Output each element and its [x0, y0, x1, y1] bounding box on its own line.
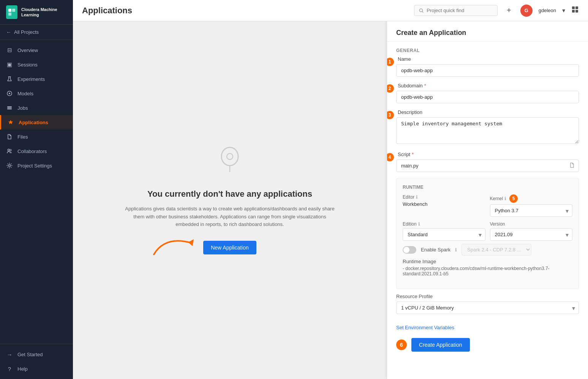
spark-info-icon[interactable]: ℹ [455, 247, 457, 253]
svg-point-12 [9, 165, 11, 167]
page-title: Applications [82, 6, 132, 16]
runtime-section: Runtime Editor ℹ Workbench [396, 178, 579, 289]
script-input[interactable] [396, 159, 579, 172]
svg-marker-21 [188, 239, 194, 246]
collaborators-icon [6, 148, 13, 155]
editor-value: Workbench [403, 201, 485, 207]
script-field-group: 4 Script * [396, 152, 579, 172]
spark-version-select[interactable]: Spark 2.4 - CDP 7.2.8 ... [462, 244, 531, 256]
sidebar: Cloudera Machine Learning ← All Projects… [0, 0, 73, 379]
svg-rect-9 [7, 109, 12, 109]
resource-profile-select[interactable]: 1 vCPU / 2 GiB Memory [396, 302, 579, 314]
help-icon: ? [6, 365, 13, 372]
spark-label: Enable Spark [421, 247, 450, 253]
description-label: 3 Description [396, 109, 579, 115]
sidebar-item-help[interactable]: ? Help [0, 362, 73, 376]
name-input[interactable] [396, 64, 579, 77]
resource-profile-group: Resource Profile 1 vCPU / 2 GiB Memory [396, 294, 579, 314]
svg-rect-2 [8, 13, 11, 16]
sidebar-bottom: → Get Started ? Help [0, 344, 73, 379]
runtime-grid: Editor ℹ Workbench Kernel ℹ 5 [403, 194, 572, 241]
empty-state-icon [215, 146, 245, 182]
general-section-label: General [396, 42, 579, 56]
edition-select[interactable]: Standard [403, 228, 485, 241]
edition-field: Edition ℹ Standard [403, 221, 485, 241]
create-button-row: 6 Create Application [396, 338, 579, 352]
create-application-button[interactable]: Create Application [411, 338, 470, 352]
description-input[interactable]: Simple inventory management system [396, 117, 579, 144]
runtime-image-section: Runtime Image - docker.repository.cloude… [403, 259, 572, 276]
name-label: 1 Name [396, 56, 579, 62]
spark-toggle[interactable] [403, 246, 416, 254]
subdomain-input[interactable] [396, 91, 579, 103]
sidebar-item-experiments[interactable]: Experiments [0, 72, 73, 86]
enable-spark-row: Enable Spark ℹ Spark 2.4 - CDP 7.2.8 ... [403, 244, 572, 256]
edition-label: Edition ℹ [403, 221, 485, 227]
version-select-wrapper: 2021.09 [490, 228, 573, 241]
runtime-image-label: Runtime Image [403, 259, 572, 264]
grid-apps-icon[interactable] [571, 6, 579, 15]
jobs-icon [6, 104, 13, 111]
step-badge-4: 4 [387, 153, 394, 161]
create-application-panel: Create an Application General 1 Name [387, 21, 588, 379]
header-right: + G gdeleon ▾ [414, 5, 579, 17]
file-picker-icon[interactable] [569, 162, 575, 170]
sidebar-item-jobs[interactable]: Jobs [0, 101, 73, 115]
experiments-icon [6, 76, 13, 82]
svg-rect-17 [575, 10, 578, 13]
svg-rect-16 [572, 10, 575, 13]
logo-icon [6, 5, 17, 19]
sidebar-item-get-started[interactable]: → Get Started [0, 347, 73, 362]
panel-body: General 1 Name 2 [387, 42, 588, 379]
subdomain-required: * [424, 83, 426, 88]
resource-profile-select-wrapper: 1 vCPU / 2 GiB Memory [396, 302, 579, 314]
back-arrow-icon: ← [6, 29, 11, 35]
add-button[interactable]: + [504, 5, 514, 16]
sidebar-item-files[interactable]: Files [0, 129, 73, 144]
page-header: Applications + G gdeleon ▾ [73, 0, 588, 21]
edition-info-icon[interactable]: ℹ [418, 221, 420, 227]
empty-state: You currently don't have any application… [73, 21, 387, 379]
user-dropdown-icon[interactable]: ▾ [562, 7, 565, 14]
kernel-select[interactable]: Python 3.7 [490, 204, 573, 217]
step-badge-2: 2 [387, 84, 394, 93]
step-badge-1: 1 [387, 58, 394, 66]
svg-rect-15 [575, 6, 578, 9]
version-label: Version [490, 221, 573, 227]
sidebar-item-models[interactable]: Models [0, 86, 73, 101]
editor-field: Editor ℹ Workbench [403, 194, 485, 217]
sidebar-item-applications[interactable]: Applications [0, 115, 73, 129]
sidebar-item-sessions[interactable]: ▣ Sessions [0, 57, 73, 72]
applications-icon [7, 119, 14, 126]
svg-rect-8 [7, 107, 12, 108]
subdomain-label: 2 Subdomain * [396, 83, 579, 88]
username-label[interactable]: gdeleon [539, 8, 556, 13]
panel-title: Create an Application [387, 21, 588, 42]
svg-rect-7 [7, 106, 12, 107]
script-input-wrapper [396, 159, 579, 172]
project-search[interactable] [414, 5, 498, 16]
sidebar-item-overview[interactable]: ⊟ Overview [0, 43, 73, 57]
kernel-info-icon[interactable]: ℹ [504, 196, 506, 201]
env-vars-link[interactable]: Set Environment Variables [396, 325, 454, 330]
description-field-group: 3 Description Simple inventory managemen… [396, 109, 579, 145]
toggle-knob [403, 247, 409, 253]
user-avatar[interactable]: G [520, 5, 533, 17]
edition-select-wrapper: Standard [403, 228, 485, 241]
editor-info-icon[interactable]: ℹ [416, 194, 418, 200]
search-input[interactable] [427, 8, 492, 13]
all-projects-link[interactable]: ← All Projects [0, 25, 73, 40]
sidebar-nav: ⊟ Overview ▣ Sessions Experiments [0, 40, 73, 344]
models-icon [6, 90, 13, 97]
sidebar-item-project-settings[interactable]: Project Settings [0, 158, 73, 173]
svg-point-19 [227, 153, 233, 159]
project-settings-icon [6, 162, 13, 169]
new-application-button[interactable]: New Application [203, 241, 256, 254]
version-select[interactable]: 2021.09 [490, 228, 573, 241]
files-icon [6, 133, 13, 140]
svg-point-18 [221, 147, 238, 166]
step-badge-5: 5 [509, 194, 518, 203]
svg-point-11 [10, 149, 11, 151]
kernel-select-wrapper: Python 3.7 [490, 204, 573, 217]
sidebar-item-collaborators[interactable]: Collaborators [0, 144, 73, 158]
